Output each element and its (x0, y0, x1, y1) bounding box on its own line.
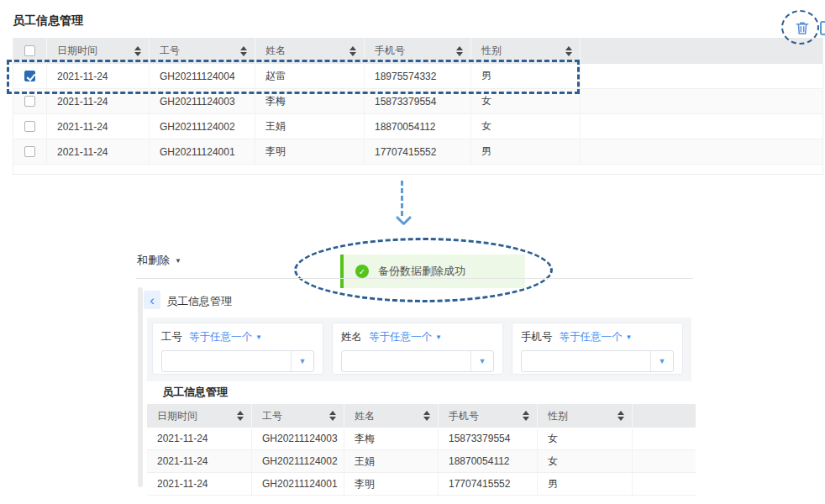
annotation-ellipse (294, 238, 553, 302)
caret-down-icon: ▼ (626, 333, 633, 341)
cell-empid: GH20211124002 (150, 114, 255, 139)
sort-icon[interactable] (617, 411, 624, 421)
panel-title: 员工信息管理 (166, 294, 232, 309)
select-arrow-zone[interactable]: ▼ (650, 351, 673, 371)
flow-arrowhead (402, 216, 412, 225)
column-header-date[interactable]: 日期时间 (147, 404, 252, 428)
cell-date: 2021-11-24 (147, 428, 252, 449)
filter-value-select[interactable]: ▼ (161, 350, 314, 372)
back-button[interactable]: ‹ (144, 291, 160, 309)
caret-down-icon: ▼ (659, 357, 666, 365)
filter-value (342, 351, 470, 371)
cell-empid: GH20211124001 (150, 139, 255, 164)
panel-scrollbar[interactable] (138, 287, 143, 487)
filter-operator-label: 等于任意一个 (560, 330, 623, 344)
row-checkbox[interactable] (24, 121, 35, 132)
cell-name: 王娟 (344, 450, 439, 472)
filter-operator-label: 等于任意一个 (189, 330, 252, 344)
cell-date: 2021-11-24 (47, 114, 150, 139)
select-arrow-zone[interactable]: ▼ (470, 351, 493, 371)
cell-empid: GH20211124002 (252, 450, 344, 472)
panel-divider (136, 278, 693, 279)
sort-icon[interactable] (349, 46, 356, 56)
table-header: 日期时间 工号 姓名 手机号 性别 (147, 404, 696, 428)
cell-name: 李明 (255, 139, 365, 164)
cell-filler (581, 139, 822, 164)
table-row[interactable]: 2021-11-24 GH20211124001 李明 17707415552 … (147, 473, 696, 496)
caret-down-icon: ▼ (255, 333, 262, 341)
dropdown-label: 和删除 (137, 253, 170, 268)
row-checkbox[interactable] (24, 96, 35, 107)
filter-operator-dropdown[interactable]: 等于任意一个 ▼ (560, 330, 633, 344)
column-header-label: 日期时间 (157, 409, 197, 423)
filter-field-label: 姓名 (341, 330, 362, 344)
cell-phone: 17707415552 (439, 473, 538, 495)
table-row[interactable]: 2021-11-24 GH20211124003 李梅 15873379554 … (147, 428, 696, 450)
table-row[interactable]: 2021-11-24 GH20211124002 王娟 18870054112 … (13, 114, 822, 139)
filter-field-label: 工号 (161, 330, 182, 344)
cell-filler (581, 114, 822, 139)
sort-icon[interactable] (134, 46, 141, 56)
filter-value-select[interactable]: ▼ (341, 350, 494, 372)
annotation-circle (781, 10, 819, 45)
row-checkbox[interactable] (24, 146, 35, 157)
table-row[interactable]: 2021-11-24 GH20211124001 李明 17707415552 … (13, 139, 822, 165)
cell-date: 2021-11-24 (147, 473, 252, 495)
cell-phone: 18870054112 (365, 114, 471, 139)
caret-down-icon: ▼ (435, 333, 442, 341)
clipped-icon[interactable] (820, 21, 825, 35)
filter-card-phone: 手机号 等于任意一个 ▼ ▼ (512, 323, 683, 375)
column-header-empid[interactable]: 工号 (252, 404, 344, 428)
filter-value-select[interactable]: ▼ (521, 350, 674, 372)
cell-filler (581, 64, 822, 88)
column-header-label: 手机号 (375, 44, 405, 58)
select-all-checkbox[interactable] (24, 45, 35, 56)
table-row[interactable]: 2021-11-24 GH20211124002 王娟 18870054112 … (147, 450, 696, 473)
row-checkbox-cell (13, 139, 47, 164)
sort-icon[interactable] (565, 46, 572, 56)
flow-arrow (401, 181, 403, 216)
caret-down-icon: ▼ (479, 357, 486, 365)
column-header-label: 工号 (160, 44, 180, 58)
cell-gender: 男 (471, 139, 581, 164)
cell-phone: 17707415552 (365, 139, 471, 164)
cell-empid: GH20211124003 (252, 428, 344, 449)
sort-icon[interactable] (456, 46, 463, 56)
sort-icon[interactable] (237, 411, 244, 421)
filter-field-label: 手机号 (521, 330, 553, 344)
column-header-label: 姓名 (355, 409, 375, 423)
column-header-label: 日期时间 (57, 44, 97, 58)
cell-name: 李明 (344, 473, 439, 495)
column-header-name[interactable]: 姓名 (344, 404, 439, 428)
row-checkbox-cell (13, 114, 47, 139)
filter-value (522, 351, 650, 371)
cell-phone: 18870054112 (439, 450, 538, 472)
caret-down-icon: ▼ (299, 357, 307, 365)
employee-table-bottom: 日期时间 工号 姓名 手机号 性别 2021-11-24 GH202111240… (147, 404, 696, 496)
cell-date: 2021-11-24 (47, 139, 150, 164)
filter-operator-dropdown[interactable]: 等于任意一个 ▼ (189, 330, 262, 344)
cell-gender: 男 (538, 473, 633, 495)
filter-card-empid: 工号 等于任意一个 ▼ ▼ (152, 323, 323, 375)
sort-icon[interactable] (423, 411, 430, 421)
filter-operator-dropdown[interactable]: 等于任意一个 ▼ (369, 330, 442, 344)
sort-icon[interactable] (329, 411, 336, 421)
sort-icon[interactable] (240, 46, 247, 56)
column-header-phone[interactable]: 手机号 (439, 404, 538, 428)
column-header-label: 手机号 (449, 409, 479, 423)
selected-row-outline-annotation (7, 60, 580, 94)
column-header-label: 姓名 (265, 44, 286, 58)
column-header-gender[interactable]: 性别 (538, 404, 633, 428)
delete-mode-dropdown[interactable]: 和删除 ▼ (137, 253, 181, 268)
cell-filler (633, 428, 696, 449)
employee-table-top: 日期时间 工号 姓名 手机号 性别 2021-11-24 GH202111240… (13, 38, 823, 175)
column-header-label: 性别 (548, 409, 568, 423)
column-header-label: 工号 (262, 409, 282, 423)
cell-filler (581, 89, 822, 113)
cell-gender: 女 (538, 428, 633, 449)
cell-name: 王娟 (255, 114, 365, 139)
filter-card-name: 姓名 等于任意一个 ▼ ▼ (332, 323, 503, 375)
cell-empid: GH20211124001 (252, 473, 344, 495)
select-arrow-zone[interactable]: ▼ (291, 351, 313, 371)
sort-icon[interactable] (523, 411, 529, 421)
